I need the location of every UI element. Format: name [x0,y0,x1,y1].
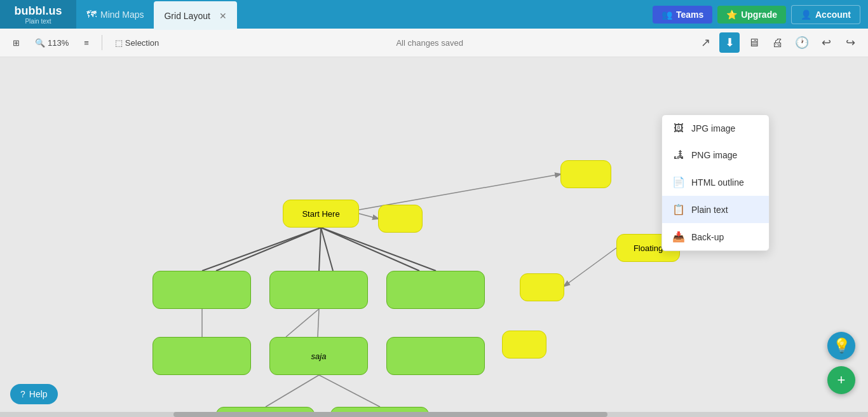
selection-label: Selection [125,38,159,48]
upgrade-button[interactable]: ⭐ Upgrade [717,6,786,24]
print-button[interactable]: 🖨 [768,32,788,53]
download-icon: ⬇ [725,36,735,50]
menu-item-html[interactable]: 📄 HTML outline [662,168,769,196]
backup-icon: 📥 [672,231,685,243]
logo-area[interactable]: bubbl.us Plain text [0,0,76,29]
menu-item-png-label: PNG image [691,150,737,160]
menu-item-backup-label: Back-up [691,232,724,242]
history-icon: 🕐 [795,36,809,50]
svg-line-0 [359,214,378,219]
scrollbar-bottom[interactable] [0,412,868,417]
svg-line-3 [202,228,321,271]
menu-item-jpg[interactable]: 🖼 JPG image [662,115,769,142]
help-button[interactable]: ? Help [10,384,58,404]
upgrade-icon: ⭐ [726,10,737,20]
account-label: Account [815,10,851,20]
logo: bubbl.us [15,4,62,18]
redo-icon: ↪ [846,36,855,50]
toolbar: ⊞ 🔍 113% ≡ ⬚ Selection All changes saved… [0,29,868,57]
node-g2[interactable] [269,271,368,309]
svg-line-10 [318,309,319,337]
dropdown-menu: 🖼 JPG image 🏞 PNG image 📄 HTML outline 📋… [661,114,770,251]
svg-line-2 [564,248,616,286]
nav-right: 👥 Teams ⭐ Upgrade 👤 Account [653,5,868,24]
account-button[interactable]: 👤 Account [791,5,860,24]
undo-icon: ↩ [822,36,831,50]
print-icon: 🖨 [772,36,783,50]
zoom-icon: 🔍 [35,38,45,48]
svg-line-11 [266,375,319,407]
history-button[interactable]: 🕐 [792,32,812,53]
node-n1[interactable] [378,205,423,233]
toolbar-right: ↗ ⬇ 🖥 🖨 🕐 ↩ ↪ [695,32,860,53]
help-icon: ? [20,389,25,399]
tab-gridlayout[interactable]: Grid Layout ✕ [154,1,236,30]
download-button[interactable]: ⬇ [719,32,740,53]
undo-button[interactable]: ↩ [816,32,836,53]
svg-line-5 [321,228,436,271]
share-icon: ↗ [701,36,710,50]
scrollbar-thumb[interactable] [173,412,607,417]
share-button[interactable]: ↗ [695,32,715,53]
monitor-icon: 🖥 [748,36,759,50]
save-status: All changes saved [169,38,690,48]
selection-button[interactable]: ⬚ Selection [110,36,164,50]
html-icon: 📄 [672,176,685,188]
node-n4[interactable] [502,331,546,359]
svg-line-7 [321,228,333,271]
node-g5[interactable]: saja [269,337,368,375]
tab-gridlayout-label: Grid Layout [164,11,210,21]
svg-line-8 [321,228,419,271]
node-g3[interactable] [386,271,485,309]
tab-mindmaps-label: Mind Maps [100,10,144,20]
menu-item-plaintext[interactable]: 📋 Plain text [662,196,769,223]
menu-item-png[interactable]: 🏞 PNG image [662,142,769,168]
toolbar-divider [102,35,102,50]
redo-button[interactable]: ↪ [840,32,860,53]
node-start[interactable]: Start Here [283,200,359,228]
jpg-icon: 🖼 [672,123,685,134]
node-g6[interactable] [386,337,485,375]
close-tab-icon[interactable]: ✕ [219,11,227,21]
canvas-area[interactable]: Start HereFloatingsaja 🖼 JPG image 🏞 PNG… [0,57,868,417]
node-g1[interactable] [153,271,251,309]
upgrade-label: Upgrade [741,10,777,20]
mindmaps-tab-icon: 🗺 [86,9,97,20]
top-nav: bubbl.us Plain text 🗺 Mind Maps Grid Lay… [0,0,868,29]
menu-item-backup[interactable]: 📥 Back-up [662,223,769,250]
logo-subtitle: Plain text [25,18,51,25]
plaintext-icon: 📋 [672,203,685,215]
node-n2[interactable] [560,160,611,188]
selection-icon: ⬚ [115,38,123,48]
svg-line-6 [216,228,321,271]
account-icon: 👤 [801,10,811,20]
fit-screen-button[interactable]: ⊞ [8,36,25,50]
svg-line-4 [319,228,321,271]
node-n3[interactable] [520,273,564,301]
png-icon: 🏞 [672,149,685,161]
zoom-control[interactable]: 🔍 113% [30,36,74,50]
fit-screen-icon: ⊞ [13,38,20,48]
svg-line-12 [319,375,380,407]
menu-item-html-label: HTML outline [691,177,744,188]
tab-mindmaps[interactable]: 🗺 Mind Maps [76,0,154,29]
svg-line-9 [286,309,319,337]
menu-icon: ≡ [84,38,89,48]
help-label: Help [29,389,48,399]
present-button[interactable]: 🖥 [743,32,764,53]
teams-icon: 👥 [661,10,672,20]
menu-item-plaintext-label: Plain text [691,205,728,215]
menu-button[interactable]: ≡ [79,36,94,50]
teams-label: Teams [676,10,703,20]
zoom-label: 113% [48,38,69,48]
lightbulb-icon: 💡 [833,338,850,354]
add-button[interactable]: + [827,366,855,394]
add-icon: + [837,372,846,388]
lightbulb-button[interactable]: 💡 [827,332,855,360]
teams-button[interactable]: 👥 Teams [653,6,712,24]
menu-item-jpg-label: JPG image [691,123,735,133]
node-g4[interactable] [153,337,251,375]
